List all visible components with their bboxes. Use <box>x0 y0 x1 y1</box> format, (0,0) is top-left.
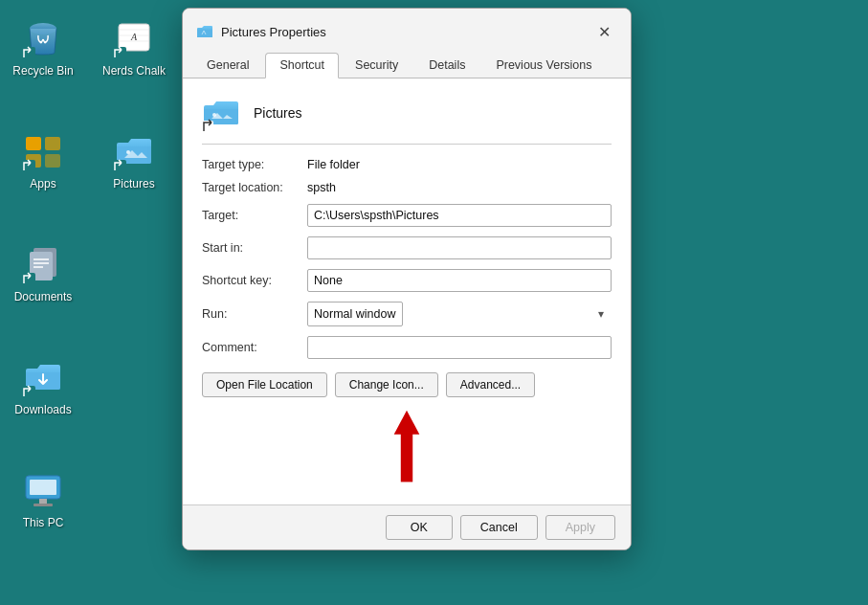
svg-rect-25 <box>401 433 412 482</box>
recycle-bin-icon <box>20 14 66 60</box>
dialog-footer: OK Cancel Apply <box>183 504 631 549</box>
shortcut-name: Pictures <box>254 105 302 121</box>
this-pc-icon <box>20 466 66 512</box>
recycle-bin-label: Recycle Bin <box>12 64 73 79</box>
dialog-title-left: Pictures Properties <box>196 23 326 40</box>
desktop-icon-recycle-bin[interactable]: Recycle Bin <box>5 9 81 85</box>
svg-rect-5 <box>26 137 41 150</box>
svg-marker-24 <box>394 411 420 435</box>
tab-details[interactable]: Details <box>414 53 479 78</box>
this-pc-label: This PC <box>23 516 64 531</box>
apps-label: Apps <box>30 177 56 192</box>
downloads-label: Downloads <box>14 403 71 418</box>
label-shortcut-key: Shortcut key: <box>202 274 307 287</box>
desktop-icon-documents[interactable]: Documents <box>5 235 81 311</box>
pictures-label: Pictures <box>113 177 154 192</box>
dialog-tabs: General Shortcut Security Details Previo… <box>183 45 631 78</box>
action-buttons: Open File Location Change Icon... Advanc… <box>202 372 612 397</box>
dialog-titlebar: Pictures Properties ✕ <box>183 9 631 45</box>
shortcut-header-icon <box>202 94 240 132</box>
input-comment[interactable] <box>307 336 612 359</box>
change-icon-button[interactable]: Change Icon... <box>335 372 438 397</box>
input-start-in[interactable] <box>307 236 612 259</box>
svg-rect-20 <box>197 30 212 37</box>
annotation-arrow-container <box>202 401 612 489</box>
downloads-icon <box>20 353 66 399</box>
field-target-type: Target type: File folder <box>202 158 612 171</box>
apps-icon <box>20 127 66 173</box>
svg-point-21 <box>212 113 216 117</box>
label-start-in: Start in: <box>202 241 307 255</box>
desktop-icon-nerds-chalk[interactable]: A Nerds Chalk <box>96 9 172 85</box>
field-target-location: Target location: spsth <box>202 181 612 194</box>
field-target: Target: <box>202 204 612 227</box>
label-target-type: Target type: <box>202 158 307 171</box>
documents-label: Documents <box>14 290 73 305</box>
label-target: Target: <box>202 209 307 222</box>
advanced-button[interactable]: Advanced... <box>446 372 535 397</box>
desktop-icon-downloads[interactable]: Downloads <box>5 347 81 424</box>
value-target-type: File folder <box>307 158 360 171</box>
select-run[interactable]: Normal window Minimized Maximized <box>307 302 403 326</box>
annotation-arrow <box>383 409 431 485</box>
value-target-location: spsth <box>307 181 336 194</box>
desktop-icon-this-pc[interactable]: This PC <box>5 460 81 537</box>
desktop-icon-pictures[interactable]: Pictures <box>96 122 172 198</box>
tab-shortcut[interactable]: Shortcut <box>265 53 339 78</box>
dialog-body: Pictures Target type: File folder Target… <box>183 78 631 504</box>
tab-security[interactable]: Security <box>341 53 412 78</box>
svg-rect-8 <box>45 154 60 168</box>
pictures-desktop-icon <box>111 127 157 173</box>
svg-text:A: A <box>130 32 138 42</box>
input-shortcut-key[interactable] <box>307 269 612 292</box>
svg-rect-19 <box>33 504 53 506</box>
ok-button[interactable]: OK <box>386 515 453 540</box>
nerds-chalk-label: Nerds Chalk <box>102 64 166 79</box>
label-target-location: Target location: <box>202 181 307 194</box>
field-comment: Comment: <box>202 336 612 359</box>
run-select-wrapper: Normal window Minimized Maximized <box>307 302 612 326</box>
open-file-location-button[interactable]: Open File Location <box>202 372 327 397</box>
svg-rect-18 <box>39 499 47 504</box>
cancel-button[interactable]: Cancel <box>460 515 538 540</box>
dialog-title-icon <box>196 23 213 40</box>
input-target[interactable] <box>307 204 612 227</box>
nerds-chalk-icon: A <box>111 14 157 60</box>
field-run: Run: Normal window Minimized Maximized <box>202 302 612 326</box>
shortcut-header: Pictures <box>202 94 612 145</box>
label-run: Run: <box>202 307 307 321</box>
field-shortcut-key: Shortcut key: <box>202 269 612 292</box>
svg-rect-17 <box>30 480 56 495</box>
field-start-in: Start in: <box>202 236 612 259</box>
tab-previous-versions[interactable]: Previous Versions <box>481 53 606 78</box>
dialog-pictures-properties: Pictures Properties ✕ General Shortcut S… <box>182 8 632 550</box>
tab-general[interactable]: General <box>192 53 263 78</box>
dialog-close-button[interactable]: ✕ <box>590 18 617 45</box>
label-comment: Comment: <box>202 341 307 354</box>
svg-rect-6 <box>45 137 60 150</box>
dialog-title-text: Pictures Properties <box>221 25 326 39</box>
documents-icon <box>20 240 66 286</box>
desktop-icon-apps[interactable]: Apps <box>5 122 81 198</box>
apply-button[interactable]: Apply <box>545 515 615 540</box>
svg-point-10 <box>126 150 130 154</box>
